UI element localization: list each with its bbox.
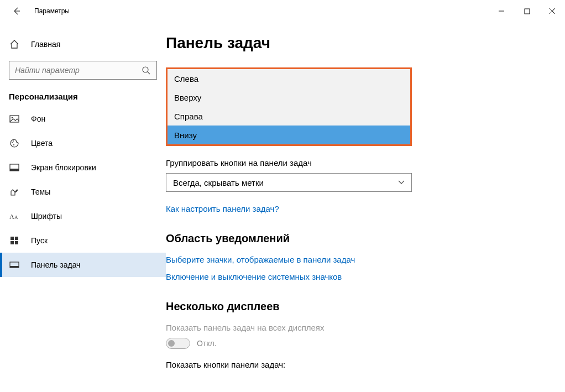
toggle-state-text: Откл. <box>197 339 217 348</box>
search-icon <box>141 65 151 75</box>
home-icon <box>9 39 20 50</box>
sidebar: Главная Персонализация Фон Цвета Э <box>0 22 166 392</box>
themes-icon <box>9 186 20 197</box>
taskbar-icon <box>9 259 20 270</box>
section-multidisplay-heading: Несколько дисплеев <box>166 300 543 313</box>
multi-show-label: Показать панель задач на всех дисплеях <box>166 323 543 332</box>
svg-point-10 <box>13 144 14 145</box>
lockscreen-icon <box>9 162 20 173</box>
svg-rect-16 <box>15 237 18 240</box>
minimize-icon <box>498 8 505 14</box>
group-buttons-combobox[interactable]: Всегда, скрывать метки <box>166 173 412 192</box>
svg-text:A: A <box>14 215 18 220</box>
svg-rect-12 <box>10 169 19 171</box>
svg-point-8 <box>12 142 13 143</box>
sidebar-item-lockscreen[interactable]: Экран блокировки <box>0 155 166 180</box>
dropdown-option[interactable]: Слева <box>168 69 410 88</box>
combobox-value: Всегда, скрывать метки <box>173 178 398 187</box>
sidebar-item-label: Главная <box>31 40 60 49</box>
page-title: Панель задач <box>166 34 543 52</box>
dropdown-option-selected[interactable]: Внизу <box>168 126 410 144</box>
multi-buttons-label: Показать кнопки панели задач: <box>166 360 543 369</box>
link-system-icons[interactable]: Включение и выключение системных значков <box>166 272 543 281</box>
svg-rect-1 <box>525 9 530 14</box>
sidebar-item-label: Фон <box>31 114 45 123</box>
sidebar-item-taskbar[interactable]: Панель задач <box>0 253 166 277</box>
close-button[interactable] <box>540 0 565 22</box>
close-icon <box>549 8 556 14</box>
window-controls <box>489 0 565 22</box>
svg-rect-15 <box>11 237 14 240</box>
svg-point-7 <box>12 117 13 119</box>
sidebar-item-label: Цвета <box>31 139 53 148</box>
dropdown-option[interactable]: Вверху <box>168 88 410 107</box>
sidebar-item-fonts[interactable]: AA Шрифты <box>0 204 166 228</box>
svg-rect-17 <box>11 241 14 244</box>
maximize-icon <box>524 8 530 14</box>
section-notifications-heading: Область уведомлений <box>166 232 543 245</box>
sidebar-item-label: Шрифты <box>31 212 62 221</box>
image-icon <box>9 113 20 124</box>
group-buttons-label: Группировать кнопки на панели задач <box>166 158 543 168</box>
sidebar-item-colors[interactable]: Цвета <box>0 131 166 155</box>
svg-text:A: A <box>9 213 14 220</box>
titlebar: Параметры <box>0 0 565 22</box>
svg-rect-20 <box>10 266 19 268</box>
multi-show-toggle-row: Откл. <box>166 338 543 349</box>
link-select-icons[interactable]: Выберите значки, отображаемые в панели з… <box>166 255 543 264</box>
multi-show-toggle[interactable] <box>166 338 190 349</box>
sidebar-item-background[interactable]: Фон <box>0 107 166 131</box>
dropdown-option[interactable]: Справа <box>168 107 410 126</box>
palette-icon <box>9 138 20 149</box>
svg-line-5 <box>148 72 150 74</box>
minimize-button[interactable] <box>489 0 514 22</box>
main-content: Панель задач Слева Вверху Справа Внизу Г… <box>166 22 565 392</box>
svg-rect-18 <box>15 241 18 244</box>
taskbar-position-dropdown[interactable]: Слева Вверху Справа Внизу <box>166 67 412 146</box>
svg-point-4 <box>143 67 148 72</box>
search-box[interactable] <box>9 61 157 80</box>
fonts-icon: AA <box>9 211 20 222</box>
sidebar-item-label: Экран блокировки <box>31 163 96 172</box>
maximize-button[interactable] <box>514 0 540 22</box>
sidebar-item-label: Темы <box>31 187 50 196</box>
chevron-down-icon <box>398 180 405 185</box>
back-button[interactable] <box>9 3 24 19</box>
sidebar-item-home[interactable]: Главная <box>0 32 166 56</box>
search-input[interactable] <box>15 66 141 75</box>
start-icon <box>9 235 20 246</box>
arrow-left-icon <box>12 7 21 15</box>
sidebar-item-label: Панель задач <box>31 260 80 269</box>
category-label: Персонализация <box>0 87 166 107</box>
window-title: Параметры <box>34 7 70 15</box>
svg-point-9 <box>13 140 14 142</box>
sidebar-item-label: Пуск <box>31 236 48 245</box>
toggle-knob <box>168 340 175 347</box>
link-customize-taskbar[interactable]: Как настроить панели задач? <box>166 204 543 213</box>
sidebar-item-start[interactable]: Пуск <box>0 228 166 253</box>
sidebar-item-themes[interactable]: Темы <box>0 180 166 204</box>
